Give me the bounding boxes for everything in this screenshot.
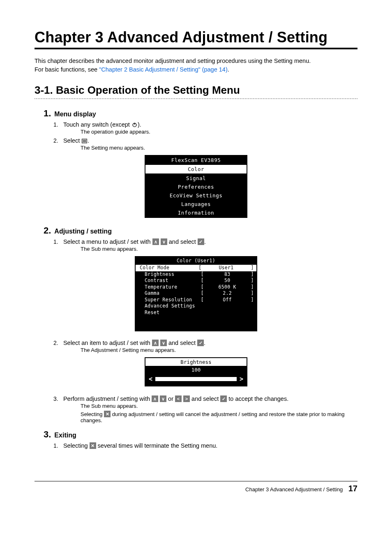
chapter-title: Chapter 3 Advanced Adjustment / Setting	[35, 29, 357, 49]
osd-sub-row: Color Mode[User1]	[136, 265, 256, 271]
text-fragment: .	[204, 340, 205, 346]
footer-label: Chapter 3 Advanced Adjustment / Setting	[245, 486, 343, 493]
list-number: 1.	[53, 238, 62, 245]
bracket-left: [	[201, 284, 204, 291]
step-2-number: 2.	[44, 225, 51, 236]
osd-main-row: Languages	[145, 200, 247, 208]
up-icon: ∧	[152, 340, 159, 346]
text-fragment: Select	[63, 137, 81, 144]
step-2-item-1-sub: The Sub menu appears.	[81, 246, 357, 252]
text-fragment: .	[88, 137, 89, 144]
text-fragment: Select a menu to adjust / set with	[63, 238, 152, 245]
bracket-right: ]	[251, 284, 254, 291]
osd-sub-row: Contrast[50]	[136, 278, 256, 284]
osd-main-row: Information	[145, 208, 247, 217]
step-2-item-2: 2. Select an item to adjust / set with ∧…	[53, 340, 357, 346]
osd-sub-row: Super Resolution[Off]	[136, 297, 256, 303]
osd-row-label: Temperature	[138, 284, 201, 291]
osd-sub-row: Temperature[6500 K]	[136, 284, 256, 291]
slider-left-arrow: <	[149, 375, 152, 383]
osd-main-menu: FlexScan EV3895 ColorSignalPreferencesEc…	[145, 155, 247, 218]
check-icon: ✓	[198, 238, 204, 245]
list-number: 3.	[53, 395, 62, 402]
osd-sub-menu: Color (User1) Color Mode[User1]Brightnes…	[135, 256, 257, 331]
text-fragment: and select	[190, 395, 220, 402]
step-1-item-2-sub: The Setting menu appears.	[81, 145, 357, 151]
list-number: 2.	[53, 340, 62, 346]
step-3-label: Exiting	[54, 432, 76, 439]
osd-main-row: Preferences	[145, 183, 247, 191]
text-fragment: Select an item to adjust / set with	[63, 340, 152, 346]
step-1-number: 1.	[44, 108, 51, 119]
slider-fill	[156, 377, 236, 381]
osd-main-title: FlexScan EV3895	[145, 156, 247, 164]
intro-line-1: This chapter describes the advanced moni…	[35, 58, 311, 64]
osd-row-value: 50	[204, 278, 251, 284]
close-icon: ✕	[90, 442, 96, 449]
step-1-label: Menu display	[54, 111, 96, 118]
bracket-left: [	[198, 265, 202, 271]
section-title: 3-1. Basic Operation of the Setting Menu	[35, 84, 357, 99]
bracket-right: ]	[251, 297, 254, 303]
intro-cross-ref-link[interactable]: "Chapter 2 Basic Adjustment / Setting" (…	[99, 66, 228, 73]
step-2-item-1: 1. Select a menu to adjust / set with ∧ …	[53, 238, 357, 245]
osd-row-label: Brightness	[138, 271, 201, 278]
osd-row-value: 83	[204, 271, 251, 278]
osd-row-value: 6500 K	[204, 284, 251, 291]
osd-sub-title: Color (User1)	[136, 257, 256, 265]
osd-row-label: Advanced Settings	[138, 303, 254, 310]
slider-track	[156, 377, 236, 381]
text-fragment: Selecting	[63, 442, 90, 449]
osd-sub-row: Reset	[136, 310, 256, 316]
intro-paragraph: This chapter describes the advanced moni…	[35, 57, 357, 74]
osd-main-row: EcoView Settings	[145, 191, 247, 200]
step-2-item-3-sub2: Selecting ✕ during adjustment / setting …	[81, 411, 357, 423]
text-fragment: and select	[167, 340, 197, 346]
step-1-item-2: 2. Select .	[53, 137, 357, 144]
down-icon: ∨	[160, 395, 166, 402]
osd-row-label: Gamma	[138, 290, 201, 297]
osd-sub-row: Brightness[83]	[136, 271, 256, 278]
osd-sub-row: Advanced Settings	[136, 303, 256, 310]
check-icon: ✓	[197, 340, 204, 346]
up-icon: ∧	[152, 238, 159, 245]
text-fragment: during adjustment / setting will cancel …	[81, 411, 345, 423]
intro-line-2a: For basic functions, see	[35, 66, 99, 73]
list-number: 1.	[53, 121, 62, 128]
down-icon: ∨	[160, 340, 167, 346]
list-number: 2.	[53, 137, 62, 144]
osd-main-row: Signal	[145, 174, 247, 183]
step-1-item-1-sub: The operation guide appears.	[81, 129, 357, 135]
bracket-right: ]	[251, 271, 254, 278]
page-footer: Chapter 3 Advanced Adjustment / Setting …	[35, 481, 357, 493]
up-icon: ∧	[152, 395, 158, 402]
step-2-item-3-sub: The Sub menu appears.	[81, 403, 357, 409]
step-3-number: 3.	[44, 429, 51, 440]
step-3-header: 3. Exiting	[44, 429, 357, 440]
osd-row-label: Super Resolution	[138, 297, 201, 303]
list-number: 1.	[53, 442, 62, 449]
step-2-item-2-sub: The Adjustment / Setting menu appears.	[81, 347, 357, 353]
osd-main-row: Color	[145, 164, 247, 174]
left-icon: <	[175, 395, 182, 402]
step-2-label: Adjusting / setting	[54, 228, 112, 235]
osd-slider-menu: Brightness 100 < >	[145, 357, 247, 386]
osd-slider-title: Brightness	[145, 358, 247, 366]
osd-row-label: Color Mode	[138, 265, 198, 271]
text-fragment: several times will terminate the Setting…	[96, 442, 218, 449]
text-fragment: Perform adjustment / setting with	[63, 395, 152, 402]
bracket-right: ]	[251, 290, 254, 297]
step-2-item-3: 3. Perform adjustment / setting with ∧ ∨…	[53, 395, 357, 402]
osd-row-value: 2.2	[204, 290, 251, 297]
text-fragment: and select	[167, 238, 198, 245]
text-fragment: or	[166, 395, 175, 402]
bracket-left: [	[201, 290, 204, 297]
bracket-left: [	[201, 278, 204, 284]
step-3-item-1: 1. Selecting ✕ several times will termin…	[53, 442, 357, 449]
page-number: 17	[348, 484, 357, 493]
down-icon: ∨	[161, 238, 167, 245]
slider-right-arrow: >	[240, 375, 243, 383]
text-fragment: to accept the changes.	[227, 395, 288, 402]
osd-slider-value: 100	[145, 366, 247, 374]
text-fragment: ).	[138, 121, 141, 128]
